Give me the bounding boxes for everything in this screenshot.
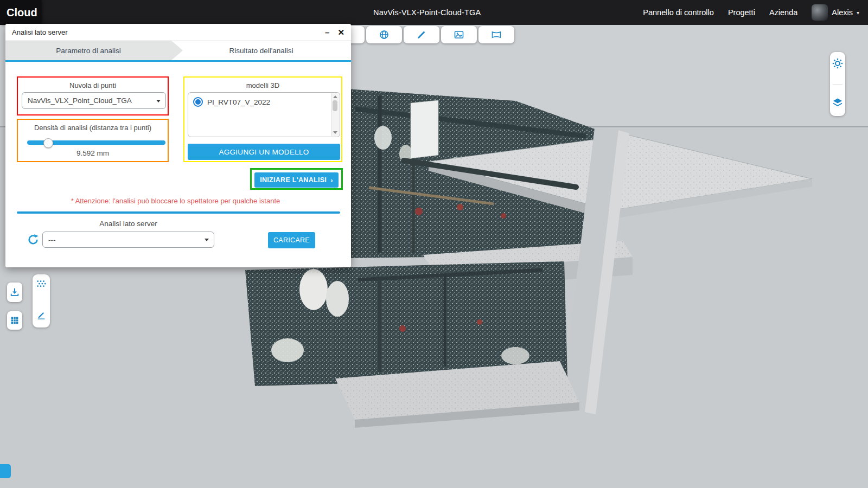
refresh-icon (27, 234, 39, 246)
gear-icon (832, 58, 843, 69)
globe-tool-button[interactable] (366, 26, 402, 43)
draw-button[interactable] (36, 310, 46, 322)
density-value: 9.592 mm (18, 149, 168, 157)
back-wall (411, 100, 438, 158)
close-button[interactable]: ✕ (337, 28, 344, 36)
scroll-down-icon[interactable] (333, 131, 337, 134)
warning-text: * Attenzione: l'analisi può bloccare lo … (5, 197, 346, 205)
point-cloud-tools-panel (33, 274, 50, 328)
refresh-button[interactable] (27, 234, 39, 246)
bottom-left-tab-button[interactable] (0, 464, 11, 478)
nav-progetti[interactable]: Progetti (728, 8, 755, 17)
panel-divider (833, 84, 843, 85)
app-logo[interactable]: Cloud (0, 0, 41, 25)
application-window: Cloud NavVis-VLX-Point-Cloud-TGA Pannell… (0, 0, 868, 488)
tab-parametro-di-analisi[interactable]: Parametro di analisi (5, 41, 171, 60)
user-menu[interactable]: Alexis ▾ (812, 4, 859, 21)
dialog-titlebar[interactable]: Analisi lato server – ✕ (5, 24, 351, 41)
server-analysis-label: Analisi lato server (42, 220, 214, 228)
annotation-orange-box: Densità di analisi (distanza tra i punti… (17, 119, 169, 162)
points-icon (36, 280, 46, 290)
server-analysis-select[interactable]: --- (42, 232, 214, 248)
image-icon (454, 29, 464, 40)
tab-risultato-analisi[interactable]: Risultato dell'analisi (171, 41, 351, 60)
nav-azienda[interactable]: Azienda (769, 8, 797, 17)
layers-icon (832, 97, 843, 108)
listbox-scrollbar[interactable] (331, 93, 339, 136)
models-listbox[interactable]: PI_RVT07_V_2022 (188, 92, 340, 137)
viewer-toolbar (329, 26, 514, 43)
density-slider[interactable] (27, 140, 165, 145)
panorama-icon (491, 29, 502, 40)
annotation-yellow-box: modelli 3D PI_RVT07_V_2022 AGGIUNGI UN M… (183, 76, 342, 162)
layers-button[interactable] (832, 97, 843, 110)
viewer-settings-panel (830, 52, 845, 116)
point-cloud-label: Nuvola di punti (18, 81, 168, 89)
image-tool-button[interactable] (441, 26, 477, 43)
pencil-icon (416, 29, 427, 40)
globe-icon (379, 29, 390, 40)
scroll-up-icon[interactable] (333, 95, 337, 98)
dialog-title: Analisi lato server (12, 28, 68, 36)
annotation-green-box: INIZIARE L'ANALISI › (250, 168, 343, 190)
server-analysis-dialog: Analisi lato server – ✕ Parametro di ana… (5, 24, 351, 267)
model-option[interactable]: PI_RVT07_V_2022 (188, 93, 340, 111)
download-button[interactable] (7, 282, 22, 302)
add-model-button[interactable]: AGGIUNGI UN MODELLO (188, 144, 340, 160)
avatar (812, 4, 828, 21)
density-slider-thumb[interactable] (43, 138, 53, 148)
grid-icon (10, 316, 19, 325)
nav-pannello-di-controllo[interactable]: Pannello di controllo (643, 8, 714, 17)
annotation-red-box: Nuvola di punti NavVis_VLX_Point_Cloud_T… (17, 76, 169, 115)
density-label: Densità di analisi (distanza tra i punti… (18, 124, 168, 132)
project-title: NavVis-VLX-Point-Cloud-TGA (373, 8, 481, 17)
minimize-button[interactable]: – (325, 28, 329, 36)
model-option-label: PI_RVT07_V_2022 (207, 98, 270, 106)
download-icon (10, 287, 20, 297)
chevron-down-icon: ▾ (857, 10, 859, 16)
start-analysis-button[interactable]: INIZIARE L'ANALISI › (254, 172, 339, 188)
annotate-tool-button[interactable] (404, 26, 439, 43)
dialog-tabs: Parametro di analisi Risultato dell'anal… (5, 41, 351, 60)
load-button[interactable]: CARICARE (268, 232, 315, 248)
grid-view-button[interactable] (7, 311, 22, 330)
draw-icon (36, 310, 46, 320)
point-density-button[interactable] (36, 280, 46, 292)
chevron-right-icon: › (330, 176, 333, 184)
point-cloud-select[interactable]: NavVis_VLX_Point_Cloud_TGA (22, 92, 166, 109)
top-navigation-bar: Cloud NavVis-VLX-Point-Cloud-TGA Pannell… (0, 0, 868, 25)
models-label: modelli 3D (184, 81, 341, 89)
user-name: Alexis (832, 8, 853, 17)
radio-selected-icon[interactable] (193, 97, 203, 107)
scrollbar-thumb[interactable] (333, 100, 337, 111)
start-analysis-label: INIZIARE L'ANALISI (260, 176, 327, 184)
panorama-tool-button[interactable] (478, 26, 514, 43)
server-analysis-selected-value: --- (48, 236, 56, 244)
section-divider (17, 211, 340, 214)
settings-button[interactable] (832, 58, 843, 71)
point-cloud-selected-value: NavVis_VLX_Point_Cloud_TGA (28, 97, 132, 105)
